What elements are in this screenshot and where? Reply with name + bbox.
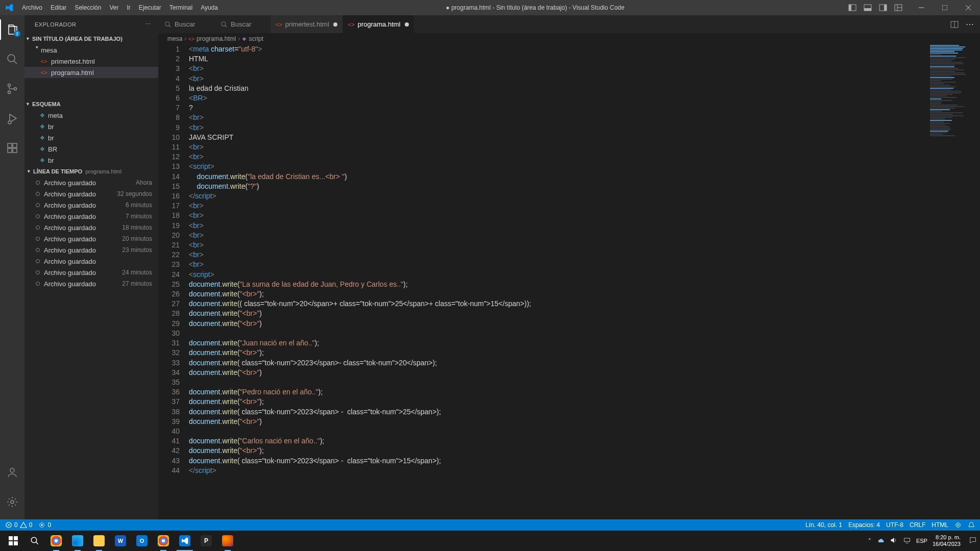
outline-item[interactable]: ❖br bbox=[24, 121, 158, 132]
tray-chevron-icon[interactable]: ˄ bbox=[868, 538, 871, 544]
tray-clock[interactable]: 8:20 p. m. 16/04/2023 bbox=[933, 534, 964, 547]
tray-onedrive-icon[interactable] bbox=[876, 536, 885, 545]
timeline-item[interactable]: Archivo guardado7 minutos bbox=[24, 211, 158, 222]
folder-row[interactable]: ▸mesa bbox=[24, 44, 158, 56]
layout-panel-right-icon[interactable] bbox=[879, 4, 887, 12]
tray-notifications-icon[interactable] bbox=[969, 536, 977, 545]
code-editor[interactable]: 1 2 3 4 5 6 7 8 9 10 11 12 13 14 15 16 1… bbox=[158, 44, 980, 519]
activity-extensions[interactable] bbox=[0, 138, 24, 158]
taskbar-chrome[interactable] bbox=[46, 531, 66, 551]
search-tab-2[interactable]: Buscar bbox=[214, 15, 271, 33]
menu-ejecutar[interactable]: Ejecutar bbox=[135, 0, 165, 15]
taskbar-firefox[interactable] bbox=[217, 531, 238, 551]
layout-panel-left-icon[interactable] bbox=[848, 4, 856, 12]
timeline-item[interactable]: Archivo guardado32 segundos bbox=[24, 188, 158, 199]
menu-ayuda[interactable]: Ayuda bbox=[197, 0, 222, 15]
layout-customize-icon[interactable] bbox=[894, 4, 902, 12]
status-feedback-icon[interactable] bbox=[954, 521, 962, 529]
svg-rect-21 bbox=[8, 148, 12, 153]
status-bar: 0 0 0 Lín. 40, col. 1 Espacios: 4 UTF-8 … bbox=[0, 519, 980, 531]
split-editor-icon[interactable] bbox=[950, 20, 959, 29]
timeline-item[interactable]: Archivo guardado bbox=[24, 256, 158, 267]
timeline-item[interactable]: Archivo guardadoAhora bbox=[24, 177, 158, 188]
timeline-time: 20 minutos bbox=[122, 235, 152, 242]
status-line-col[interactable]: Lín. 40, col. 1 bbox=[805, 521, 842, 529]
workspace-section[interactable]: ▸SIN TÍTULO (ÁREA DE TRABAJO) bbox=[24, 33, 158, 44]
activity-account[interactable] bbox=[0, 462, 24, 483]
activity-debug[interactable] bbox=[0, 108, 24, 129]
status-ports[interactable]: 0 bbox=[38, 521, 51, 529]
sidebar-more-icon[interactable]: ⋯ bbox=[145, 21, 152, 28]
file-row-programa[interactable]: <>programa.html bbox=[24, 67, 158, 78]
activity-settings[interactable] bbox=[0, 492, 24, 512]
minimize-button[interactable] bbox=[910, 0, 933, 15]
minimap[interactable] bbox=[927, 44, 973, 519]
status-eol[interactable]: CRLF bbox=[910, 521, 925, 529]
tray-language[interactable]: ESP bbox=[916, 538, 927, 544]
svg-rect-23 bbox=[13, 143, 17, 147]
outline-section[interactable]: ▸ESQUEMA bbox=[24, 98, 158, 110]
status-encoding[interactable]: UTF-8 bbox=[886, 521, 903, 529]
taskbar-edge[interactable] bbox=[67, 531, 88, 551]
status-spaces[interactable]: Espacios: 4 bbox=[848, 521, 880, 529]
tray-volume-icon[interactable] bbox=[890, 536, 898, 545]
menu-ir[interactable]: Ir bbox=[122, 0, 134, 15]
window-title: ● programa.html - Sin título (área de tr… bbox=[222, 4, 848, 11]
outline-title: ESQUEMA bbox=[32, 101, 61, 107]
menu-editar[interactable]: Editar bbox=[46, 0, 70, 15]
svg-point-24 bbox=[10, 468, 14, 472]
taskbar-app-p[interactable]: P bbox=[196, 531, 216, 551]
code-content[interactable]: <meta charset="utf-8"> HTML <br> <br> la… bbox=[189, 44, 980, 519]
activity-source-control[interactable] bbox=[0, 79, 24, 99]
outline-item[interactable]: ❖BR bbox=[24, 143, 158, 155]
menu-selección[interactable]: Selección bbox=[70, 0, 105, 15]
file-row-primertest[interactable]: <>primertest.html bbox=[24, 56, 158, 67]
status-bell-icon[interactable] bbox=[968, 521, 975, 529]
status-language[interactable]: HTML bbox=[932, 521, 948, 529]
timeline-item[interactable]: Archivo guardado23 minutos bbox=[24, 244, 158, 256]
tab-programa[interactable]: <> programa.html bbox=[343, 15, 414, 33]
timeline-dot-icon bbox=[36, 237, 40, 241]
layout-panel-bottom-icon[interactable] bbox=[864, 4, 872, 12]
tab-primertest[interactable]: <> primertest.html bbox=[271, 15, 343, 33]
file-name: programa.html bbox=[51, 69, 94, 77]
activity-search[interactable] bbox=[0, 49, 24, 69]
tabs-row: Buscar Buscar <> primertest.html <> prog… bbox=[158, 15, 980, 33]
taskbar-search[interactable] bbox=[24, 531, 45, 551]
timeline-item[interactable]: Archivo guardado6 minutos bbox=[24, 199, 158, 211]
tab-more-icon[interactable]: ⋯ bbox=[966, 19, 974, 29]
menu-archivo[interactable]: Archivo bbox=[18, 0, 46, 15]
menu-bar: ArchivoEditarSelecciónVerIrEjecutarTermi… bbox=[18, 0, 222, 15]
breadcrumb-symbol[interactable]: script bbox=[249, 35, 263, 42]
status-errors[interactable]: 0 0 bbox=[5, 521, 32, 529]
activity-explorer[interactable]: 2 bbox=[0, 19, 24, 40]
taskbar-file-explorer[interactable] bbox=[89, 531, 109, 551]
taskbar-vscode[interactable] bbox=[175, 531, 195, 551]
symbol-icon: ❖ bbox=[242, 36, 247, 42]
timeline-item[interactable]: Archivo guardado20 minutos bbox=[24, 233, 158, 244]
timeline-section[interactable]: ▸LÍNEA DE TIEMPOprograma.html bbox=[24, 166, 158, 177]
outline-item[interactable]: ❖br bbox=[24, 155, 158, 166]
timeline-item[interactable]: Archivo guardado27 minutos bbox=[24, 278, 158, 289]
outline-item[interactable]: ❖br bbox=[24, 132, 158, 143]
timeline-item[interactable]: Archivo guardado18 minutos bbox=[24, 222, 158, 233]
close-button[interactable] bbox=[957, 0, 980, 15]
menu-ver[interactable]: Ver bbox=[105, 0, 122, 15]
taskbar-outlook[interactable]: O bbox=[132, 531, 152, 551]
search-tab-1[interactable]: Buscar bbox=[158, 15, 214, 33]
menu-terminal[interactable]: Terminal bbox=[165, 0, 197, 15]
taskbar-chrome-canary[interactable] bbox=[153, 531, 174, 551]
timeline-label: Archivo guardado bbox=[44, 224, 96, 232]
breadcrumb-file[interactable]: programa.html bbox=[197, 35, 236, 42]
unsaved-dot-icon bbox=[405, 22, 409, 27]
html-file-icon: <> bbox=[40, 57, 48, 65]
outline-item[interactable]: ❖meta bbox=[24, 110, 158, 121]
outline-label: br bbox=[48, 157, 54, 164]
taskbar-word[interactable]: W bbox=[110, 531, 131, 551]
maximize-button[interactable] bbox=[933, 0, 957, 15]
start-button[interactable] bbox=[3, 531, 23, 551]
tray-network-icon[interactable] bbox=[903, 536, 911, 545]
breadcrumbs[interactable]: mesa › <> programa.html › ❖ script bbox=[158, 33, 980, 44]
breadcrumb-folder[interactable]: mesa bbox=[167, 35, 182, 42]
timeline-item[interactable]: Archivo guardado24 minutos bbox=[24, 267, 158, 278]
